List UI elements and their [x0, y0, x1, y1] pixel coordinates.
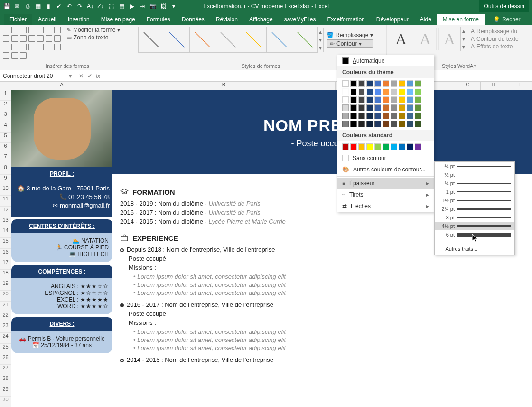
undo-icon[interactable]: ↶	[65, 2, 73, 10]
chevron-down-icon[interactable]: ▾	[69, 73, 72, 79]
tab-aide[interactable]: Aide	[414, 14, 437, 25]
chevron-down-icon: ▾	[359, 40, 362, 47]
camera-icon[interactable]: 📷	[149, 2, 157, 10]
cv-poste: - Poste occupé -	[112, 139, 532, 149]
tab-affichage[interactable]: Affichage	[243, 14, 279, 25]
chart-icon[interactable]: ▮	[45, 2, 52, 10]
selection-icon[interactable]: ⬚	[107, 2, 115, 10]
column-headers[interactable]: A B G H I	[0, 82, 532, 90]
tab-developpeur[interactable]: Développeur	[371, 14, 414, 25]
gallery-up-icon[interactable]: ▴	[317, 28, 323, 36]
fx-icon[interactable]: fx	[96, 73, 100, 79]
tab-donnees[interactable]: Données	[176, 14, 210, 25]
enter-icon[interactable]: ✔	[87, 73, 92, 79]
svg-line-2	[195, 32, 210, 47]
tab-savemyfiles[interactable]: saveMyFiles	[279, 14, 322, 25]
shape-styles-gallery[interactable]	[138, 27, 317, 53]
interests-heading: CENTRES D'INTÉRÊTS :	[11, 219, 112, 233]
svg-line-5	[272, 32, 287, 47]
car-icon: 🚗	[19, 335, 26, 342]
spell-icon[interactable]: ✔	[55, 2, 63, 10]
save-icon[interactable]: 💾	[3, 2, 10, 10]
cv-photo	[11, 90, 112, 167]
mail-icon: ✉	[53, 202, 58, 209]
color-auto[interactable]: Automatique	[337, 55, 434, 66]
wordart-gallery[interactable]: A A A	[390, 28, 460, 50]
bulb-icon: 💡	[493, 16, 500, 23]
thickness-option[interactable]: 2¼ pt	[435, 205, 514, 213]
row-headers[interactable]: 1234567891011121314151617181920212223242…	[0, 90, 11, 407]
cv-name: NOM PRENOM	[112, 116, 532, 135]
qat-dropdown-icon[interactable]: ▾	[170, 2, 177, 10]
thickness-option[interactable]: ¼ pt	[435, 162, 514, 170]
svg-line-4	[246, 32, 261, 47]
more-lines[interactable]: ≡Autres traits...	[435, 243, 514, 255]
contact-info: 🏠 3 rue de la Gare - 75001 Paris 📞 01 23…	[11, 180, 112, 217]
tab-formules[interactable]: Formules	[141, 14, 176, 25]
outline-dashes[interactable]: ┄Tirets▸	[337, 189, 434, 200]
redo-icon[interactable]: ↷	[76, 2, 84, 10]
theme-colors-grid[interactable]	[337, 78, 434, 130]
ribbon: ✎Modifier la forme▾ ▭Zone de texte Insér…	[0, 25, 532, 70]
mail-icon[interactable]: ✉	[13, 2, 21, 10]
wa-gallery-more-icon[interactable]: ▾	[461, 43, 467, 51]
titlebar: 💾 ✉ ⎙ ▦ ▮ ✔ ↶ ↷ A↓ Z↓ ⬚ ▦ ▶ ⇥ 📷 🖼 ▾ Exce…	[0, 0, 532, 12]
wordart-effects-button[interactable]: AEffets de texte	[471, 43, 519, 50]
outline-thickness[interactable]: ≡Épaisseur▸	[337, 178, 434, 189]
wa-gallery-down-icon[interactable]: ▾	[461, 35, 467, 43]
wa-gallery-up-icon[interactable]: ▴	[461, 27, 467, 35]
modify-shape-button[interactable]: ✎Modifier la forme▾	[66, 27, 120, 33]
shape-outline-button[interactable]: ✏Contour▾	[327, 39, 373, 48]
tab-insertion[interactable]: Insertion	[62, 14, 95, 25]
gallery-more-icon[interactable]: ▾	[317, 44, 323, 52]
wordart-fill-button[interactable]: ARemplissage du	[471, 28, 519, 35]
group-icon[interactable]: ⇥	[139, 2, 146, 10]
tab-fichier[interactable]: Fichier	[4, 14, 32, 25]
cv-sidebar: PROFIL : 🏠 3 rue de la Gare - 75001 Pari…	[11, 90, 112, 407]
calendar-icon: 📅	[32, 342, 39, 349]
tell-me[interactable]: 💡Recher	[487, 14, 526, 25]
thickness-option[interactable]: 1½ pt	[435, 196, 514, 205]
std-colors-grid[interactable]	[337, 141, 434, 152]
outline-color-menu[interactable]: Automatique Couleurs du thème Couleurs s…	[337, 55, 434, 212]
tab-mise-en-forme[interactable]: Mise en forme	[437, 14, 485, 25]
tab-excelformation[interactable]: Excelformation	[321, 14, 370, 25]
thickness-option[interactable]: ½ pt	[435, 170, 514, 179]
thickness-option[interactable]: ¾ pt	[435, 179, 514, 188]
thickness-option[interactable]: 1 pt	[435, 188, 514, 196]
macro-icon[interactable]: ▶	[128, 2, 136, 10]
arrows-icon: ⇄	[342, 203, 347, 209]
table-icon[interactable]: ▦	[34, 2, 42, 10]
shapes-gallery[interactable]	[3, 27, 65, 59]
sort-desc-icon[interactable]: Z↓	[97, 2, 104, 10]
quickprint-icon[interactable]: ⎙	[24, 2, 31, 10]
picture-icon[interactable]: 🖼	[159, 2, 167, 10]
svg-line-1	[169, 32, 185, 47]
context-tools-label: Outils de dessin	[479, 0, 529, 12]
sort-asc-icon[interactable]: A↓	[86, 2, 94, 10]
tab-mise-en-page[interactable]: Mise en page	[95, 14, 141, 25]
text-effects-icon: A	[471, 43, 475, 50]
svg-line-3	[221, 32, 236, 47]
more-outline-colors[interactable]: 🎨Autres couleurs de contour...	[337, 164, 434, 175]
no-outline[interactable]: Sans contour	[337, 152, 434, 164]
cancel-icon[interactable]: ✕	[79, 73, 84, 79]
thickness-option[interactable]: 3 pt	[435, 213, 514, 222]
outline-arrows[interactable]: ⇄Flèches▸	[337, 200, 434, 212]
formula-bar: Connecteur droit 20▾ ✕ ✔ fx	[0, 70, 532, 82]
tab-accueil[interactable]: Accueil	[32, 14, 62, 25]
shape-fill-button[interactable]: 🪣Remplissage▾	[327, 32, 373, 38]
text-zone-button[interactable]: ▭Zone de texte	[66, 34, 120, 41]
name-box[interactable]: Connecteur droit 20▾	[0, 73, 75, 79]
gallery-down-icon[interactable]: ▾	[317, 36, 323, 44]
tab-revision[interactable]: Révision	[210, 14, 243, 25]
theme-colors-header: Couleurs du thème	[337, 66, 434, 78]
thickness-option[interactable]: 4½ pt	[435, 222, 514, 230]
formula-input[interactable]	[104, 72, 532, 79]
text-box-icon: ▭	[66, 34, 72, 41]
dashes-icon: ┄	[342, 191, 345, 198]
chevron-down-icon: ▾	[370, 32, 373, 38]
freeze-icon[interactable]: ▦	[118, 2, 125, 10]
wordart-outline-button[interactable]: AContour du texte	[471, 36, 519, 42]
select-all-corner[interactable]	[0, 82, 11, 90]
